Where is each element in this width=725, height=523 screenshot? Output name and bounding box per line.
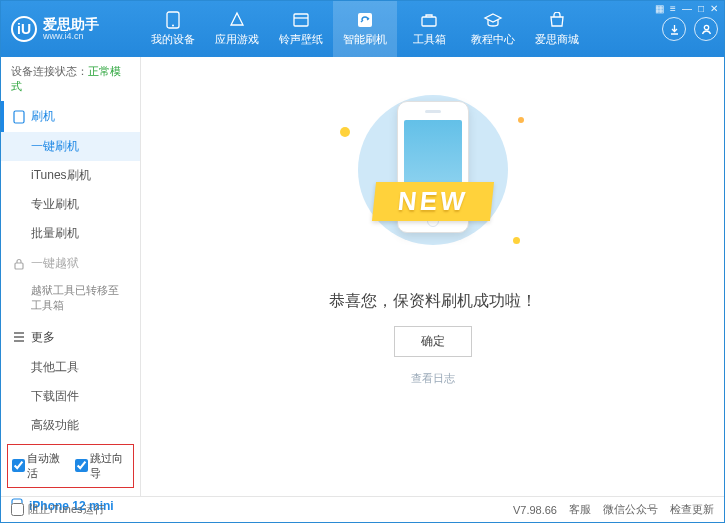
sidebar-flash-title: 刷机 [31, 108, 55, 125]
nav-label: 我的设备 [151, 32, 195, 47]
nav-label: 智能刷机 [343, 32, 387, 47]
sidebar-more-title: 更多 [31, 329, 55, 346]
sidebar-item-download[interactable]: 下载固件 [1, 382, 140, 411]
main-content: NEW 恭喜您，保资料刷机成功啦！ 确定 查看日志 [141, 57, 724, 497]
app-name: 爱思助手 [43, 17, 99, 31]
sidebar-more-header[interactable]: 更多 [1, 322, 140, 353]
nav-tutorial[interactable]: 教程中心 [461, 1, 525, 57]
footer-link-update[interactable]: 检查更新 [670, 502, 714, 517]
graduation-icon [483, 11, 503, 29]
sidebar-item-oneclick[interactable]: 一键刷机 [1, 132, 140, 161]
logo-area: iU 爱思助手 www.i4.cn [1, 16, 141, 42]
jailbreak-note: 越狱工具已转移至 工具箱 [1, 279, 140, 322]
ok-button[interactable]: 确定 [394, 326, 472, 357]
header-right [656, 17, 724, 41]
user-button[interactable] [694, 17, 718, 41]
body: 设备连接状态：正常模式 刷机 一键刷机 iTunes刷机 专业刷机 批量刷机 一… [1, 57, 724, 497]
svg-point-5 [704, 25, 708, 29]
lock-icon [13, 258, 25, 270]
nav-label: 教程中心 [471, 32, 515, 47]
sidebar-flash-header[interactable]: 刷机 [1, 101, 140, 132]
menu-icon [13, 332, 25, 342]
success-message: 恭喜您，保资料刷机成功啦！ [329, 291, 537, 312]
phone-icon [163, 11, 183, 29]
nav-ringtones[interactable]: 铃声壁纸 [269, 1, 333, 57]
window-controls: ▦ ≡ — □ ✕ [655, 3, 718, 14]
sidebar-item-itunes[interactable]: iTunes刷机 [1, 161, 140, 190]
success-illustration: NEW [318, 87, 548, 277]
apps-icon [227, 11, 247, 29]
nav-label: 铃声壁纸 [279, 32, 323, 47]
svg-point-1 [172, 25, 174, 27]
svg-rect-3 [358, 13, 372, 27]
win-menu[interactable]: ≡ [670, 3, 676, 14]
connection-status: 设备连接状态：正常模式 [1, 57, 140, 101]
svg-rect-2 [294, 14, 308, 26]
sidebar-item-pro[interactable]: 专业刷机 [1, 190, 140, 219]
win-max[interactable]: □ [698, 3, 704, 14]
sidebar-item-batch[interactable]: 批量刷机 [1, 219, 140, 248]
sidebar: 设备连接状态：正常模式 刷机 一键刷机 iTunes刷机 专业刷机 批量刷机 一… [1, 57, 141, 497]
flash-icon [355, 11, 375, 29]
footer-link-wechat[interactable]: 微信公众号 [603, 502, 658, 517]
win-close[interactable]: ✕ [710, 3, 718, 14]
nav: 我的设备 应用游戏 铃声壁纸 智能刷机 工具箱 教程中心 爱思商城 [141, 1, 656, 57]
win-pin[interactable]: ▦ [655, 3, 664, 14]
nav-label: 应用游戏 [215, 32, 259, 47]
footer-link-support[interactable]: 客服 [569, 502, 591, 517]
toolbox-icon [419, 11, 439, 29]
header: iU 爱思助手 www.i4.cn 我的设备 应用游戏 铃声壁纸 智能刷机 工具… [1, 1, 724, 57]
svg-rect-7 [15, 263, 23, 269]
svg-rect-6 [14, 111, 24, 123]
sidebar-jailbreak-header[interactable]: 一键越狱 [1, 248, 140, 279]
view-log-link[interactable]: 查看日志 [411, 371, 455, 386]
wallpaper-icon [291, 11, 311, 29]
win-min[interactable]: — [682, 3, 692, 14]
nav-label: 工具箱 [413, 32, 446, 47]
app-url: www.i4.cn [43, 31, 99, 41]
options-box: 自动激活 跳过向导 [7, 444, 134, 488]
nav-my-device[interactable]: 我的设备 [141, 1, 205, 57]
version-label: V7.98.66 [513, 504, 557, 516]
sidebar-jailbreak-title: 一键越狱 [31, 255, 79, 272]
nav-apps[interactable]: 应用游戏 [205, 1, 269, 57]
footer: 阻止iTunes运行 V7.98.66 客服 微信公众号 检查更新 [1, 496, 724, 522]
nav-toolbox[interactable]: 工具箱 [397, 1, 461, 57]
nav-flash[interactable]: 智能刷机 [333, 1, 397, 57]
block-itunes-checkbox[interactable]: 阻止iTunes运行 [11, 502, 105, 517]
auto-activate-checkbox[interactable]: 自动激活 [12, 451, 67, 481]
skip-guide-checkbox[interactable]: 跳过向导 [75, 451, 130, 481]
nav-label: 爱思商城 [535, 32, 579, 47]
download-button[interactable] [662, 17, 686, 41]
svg-rect-4 [422, 17, 436, 26]
sidebar-item-other[interactable]: 其他工具 [1, 353, 140, 382]
new-badge: NEW [372, 182, 494, 221]
sidebar-item-advanced[interactable]: 高级功能 [1, 411, 140, 440]
store-icon [547, 11, 567, 29]
logo-icon: iU [11, 16, 37, 42]
phone-icon [13, 110, 25, 124]
nav-store[interactable]: 爱思商城 [525, 1, 589, 57]
